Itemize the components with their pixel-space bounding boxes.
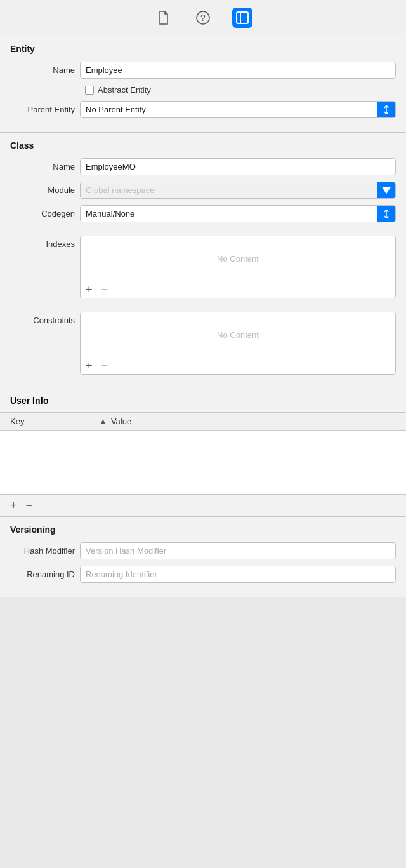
indexes-row: Indexes No Content + − <box>10 236 396 298</box>
codegen-row: Codegen Manual/None Class Definition Cat… <box>10 205 396 222</box>
indexes-no-content: No Content <box>81 236 395 281</box>
module-select-container: Global namespace <box>80 182 396 199</box>
constraints-label: Constraints <box>10 312 80 325</box>
codegen-label: Codegen <box>10 209 80 218</box>
class-section-header: Class <box>10 140 396 150</box>
constraints-add-button[interactable]: + <box>86 360 93 371</box>
parent-entity-select-container: No Parent Entity <box>80 101 396 118</box>
hash-modifier-label: Hash Modifier <box>10 546 80 556</box>
toolbar: ? <box>0 0 406 36</box>
indexes-constraints-divider <box>10 305 396 305</box>
constraints-inner: No Content + − <box>81 312 395 374</box>
versioning-section: Versioning Hash Modifier Renaming ID <box>0 516 406 597</box>
codegen-arrow[interactable] <box>377 206 395 222</box>
abstract-entity-row: Abstract Entity <box>85 85 396 95</box>
constraints-controls: + − <box>81 357 395 374</box>
class-section: Class Name Module Global namespace Codeg… <box>0 133 406 389</box>
hash-modifier-input[interactable] <box>80 542 396 559</box>
abstract-entity-label: Abstract Entity <box>98 85 151 95</box>
module-row: Module Global namespace <box>10 182 396 199</box>
inspector-icon[interactable] <box>232 8 252 28</box>
entity-name-label: Name <box>10 65 80 75</box>
parent-entity-row: Parent Entity No Parent Entity <box>10 101 396 118</box>
indexes-remove-button[interactable]: − <box>102 284 108 295</box>
codegen-select[interactable]: Manual/None Class Definition Category/Ex… <box>81 206 377 222</box>
renaming-id-row: Renaming ID <box>10 566 396 583</box>
versioning-header: Versioning <box>10 524 396 535</box>
module-arrow[interactable] <box>377 182 395 198</box>
indexes-controls: + − <box>81 281 395 298</box>
user-info-body <box>0 431 406 494</box>
user-info-add-button[interactable]: + <box>10 500 17 511</box>
class-name-label: Name <box>10 162 80 171</box>
entity-section-header: Entity <box>10 44 396 54</box>
svg-text:?: ? <box>200 13 206 23</box>
indexes-content-box: No Content + − <box>80 236 396 298</box>
indexes-add-button[interactable]: + <box>86 284 93 295</box>
parent-entity-arrow[interactable] <box>377 102 395 117</box>
class-name-row: Name <box>10 158 396 175</box>
entity-name-input[interactable] <box>80 62 396 79</box>
sort-arrow-icon: ▲ <box>99 417 107 426</box>
constraints-content-box: No Content + − <box>80 312 396 375</box>
user-info-controls: + − <box>0 494 406 516</box>
codegen-select-container: Manual/None Class Definition Category/Ex… <box>80 205 396 222</box>
class-name-input[interactable] <box>80 158 396 175</box>
abstract-entity-checkbox[interactable] <box>85 86 94 95</box>
help-icon[interactable]: ? <box>193 8 213 28</box>
entity-name-row: Name <box>10 62 396 79</box>
svg-rect-2 <box>237 12 248 23</box>
indexes-label: Indexes <box>10 236 80 249</box>
module-label: Module <box>10 185 80 195</box>
parent-entity-select[interactable]: No Parent Entity <box>81 102 377 117</box>
user-info-key-col: Key <box>10 417 99 426</box>
constraints-row: Constraints No Content + − <box>10 312 396 375</box>
user-info-section: User Info Key ▲ Value + − <box>0 389 406 516</box>
user-info-header: User Info <box>0 389 406 413</box>
user-info-remove-button[interactable]: − <box>26 500 33 511</box>
indexes-inner: No Content + − <box>81 236 395 298</box>
codegen-indexes-divider <box>10 229 396 229</box>
entity-section: Entity Name Abstract Entity Parent Entit… <box>0 36 406 132</box>
document-icon[interactable] <box>154 8 174 28</box>
renaming-id-input[interactable] <box>80 566 396 583</box>
renaming-id-label: Renaming ID <box>10 570 80 579</box>
constraints-no-content: No Content <box>81 312 395 357</box>
user-info-value-col: Value <box>111 417 396 426</box>
module-select[interactable]: Global namespace <box>81 182 377 198</box>
hash-modifier-row: Hash Modifier <box>10 542 396 559</box>
parent-entity-label: Parent Entity <box>10 105 80 114</box>
constraints-remove-button[interactable]: − <box>102 360 108 371</box>
user-info-table-header: Key ▲ Value <box>0 413 406 431</box>
